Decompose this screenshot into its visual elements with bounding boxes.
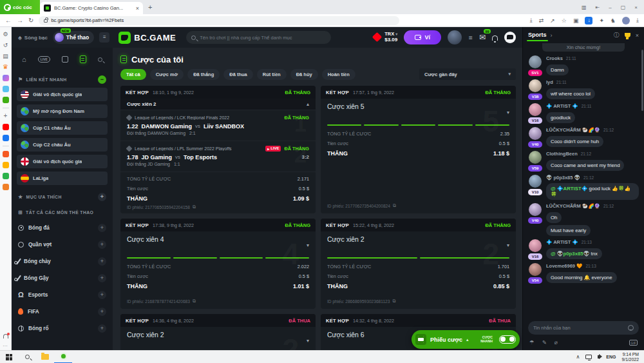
undo-close-icon[interactable]: ⇤ xyxy=(596,5,600,10)
chat-toggle-icon[interactable] xyxy=(504,32,516,43)
bell-icon[interactable] xyxy=(492,35,498,41)
save-page-icon[interactable]: ⤓ xyxy=(530,17,533,24)
username[interactable]: Loveme6969 🧡 xyxy=(546,263,582,269)
avatar[interactable] xyxy=(529,79,542,92)
username[interactable]: 👽 p0p3x85 👽 xyxy=(546,175,580,181)
sidebar-item-basketball[interactable]: Bóng rổ + xyxy=(17,320,108,337)
avatar[interactable] xyxy=(529,263,542,276)
add-favorite-button[interactable]: + xyxy=(98,193,106,201)
games-icon[interactable] xyxy=(3,97,9,103)
wallet-button[interactable]: Ví xyxy=(404,30,441,44)
app-icon[interactable] xyxy=(3,173,9,179)
quick-link-item[interactable]: Giải vô địch quốc gia xyxy=(17,88,108,101)
menu-hamburger-icon[interactable]: ≡ xyxy=(99,32,109,43)
youtube-icon[interactable] xyxy=(3,124,9,130)
reader-mode-icon[interactable]: ▥ xyxy=(582,5,587,10)
sidebar-search-icon[interactable] xyxy=(98,57,102,62)
tab-cancelled[interactable]: Đã hủy xyxy=(290,69,318,80)
history-icon[interactable]: ↺ xyxy=(3,42,9,48)
expand-icon[interactable]: ▾ xyxy=(307,242,309,248)
downloads-icon[interactable]: ⤓ xyxy=(636,17,639,24)
blue-app-icon[interactable] xyxy=(3,86,9,92)
account-menu-icon[interactable]: ≣ xyxy=(468,35,473,41)
avatar[interactable] xyxy=(529,127,542,140)
url-bar[interactable]: bc.game/sports?bt-path=%2Fbets xyxy=(39,16,399,25)
username[interactable]: 💠 ARTIST 💠 xyxy=(546,239,578,245)
share-icon[interactable]: ↗ xyxy=(550,17,555,24)
tab-close-icon[interactable]: × xyxy=(136,5,139,12)
tray-expand-icon[interactable]: ∧ xyxy=(576,354,580,360)
sidebar-item-tennis[interactable]: Quần vợt + xyxy=(17,236,108,253)
avatar[interactable] xyxy=(529,239,542,252)
expand-plus-icon[interactable]: + xyxy=(98,308,106,316)
collapse-quick-links-button[interactable]: − xyxy=(98,75,106,84)
quick-link-item[interactable]: Cúp C1 châu Âu xyxy=(17,121,108,135)
extension2-icon[interactable]: ♞ xyxy=(611,17,616,24)
search-input[interactable] xyxy=(200,35,326,41)
rules-icon[interactable]: ✎ xyxy=(542,339,547,346)
cart-app-icon[interactable] xyxy=(3,184,9,190)
inbox-icon[interactable]: ✉ 99 xyxy=(479,33,486,42)
quick-bet-toggle[interactable] xyxy=(499,335,516,344)
avatar[interactable] xyxy=(529,203,542,216)
tab-cashout[interactable]: Rút tiền xyxy=(257,69,287,80)
avatar[interactable] xyxy=(529,55,542,68)
minimize-button[interactable]: – xyxy=(609,5,611,10)
bookmark-star-icon[interactable]: ☆ xyxy=(562,17,567,24)
sidebar-item-football[interactable]: Bóng đá + xyxy=(17,219,108,236)
coccoc-taskbar-icon[interactable] xyxy=(54,351,72,363)
app-icon[interactable] xyxy=(3,162,9,168)
quick-link-item[interactable]: Mỹ mở rộng Đơn Nam xyxy=(17,104,108,118)
expand-plus-icon[interactable]: + xyxy=(98,257,106,266)
quick-link-item[interactable]: Giải vô địch quốc gia xyxy=(17,155,108,168)
avatar[interactable] xyxy=(529,151,542,164)
taskbar-clock[interactable]: 9:14 PM 9/1/2022 xyxy=(622,352,639,362)
betslip-button[interactable]: Phiếu cược ▴ CƯỢCNHANH xyxy=(412,330,520,349)
calendar-icon[interactable] xyxy=(62,56,68,63)
close-button[interactable]: × xyxy=(634,5,638,10)
username[interactable]: lyd xyxy=(546,79,553,85)
mention[interactable]: @ 💠ARTIST💠 xyxy=(551,186,589,191)
scrollbar[interactable] xyxy=(641,50,643,111)
volume-icon[interactable] xyxy=(598,355,600,358)
username[interactable]: ClothingBeen xyxy=(546,151,578,157)
home-icon[interactable]: ⌂ xyxy=(22,55,26,63)
chat-close-icon[interactable]: × xyxy=(636,32,639,39)
expand-plus-icon[interactable]: + xyxy=(98,240,106,249)
expand-plus-icon[interactable]: + xyxy=(98,274,106,282)
gif-icon[interactable]: GIF xyxy=(629,340,638,346)
expand-plus-icon[interactable]: + xyxy=(98,324,106,333)
chat-input-box[interactable] xyxy=(528,321,639,335)
game-search[interactable] xyxy=(186,31,331,44)
messenger-icon[interactable] xyxy=(3,75,9,81)
settings-icon[interactable]: ⚙ xyxy=(3,31,9,37)
quick-link-item[interactable]: LaLiga xyxy=(17,172,108,185)
collapse-icon[interactable]: ▴ xyxy=(307,101,309,107)
user-avatar[interactable] xyxy=(448,30,462,44)
chat-tab-sports[interactable]: Sports xyxy=(528,32,547,39)
my-bets-icon[interactable] xyxy=(80,55,86,63)
tab-lost[interactable]: Đã thua xyxy=(223,69,253,80)
expand-plus-icon[interactable]: + xyxy=(98,291,106,299)
copy-icon[interactable]: ⧉ xyxy=(392,299,395,304)
back-button[interactable]: ← xyxy=(5,17,12,24)
sidebar-item-fifa[interactable]: FIFA + xyxy=(17,303,108,320)
username[interactable]: Crooks xyxy=(546,55,563,61)
expand-icon[interactable]: ▾ xyxy=(507,110,509,115)
bet-subheader[interactable]: Cược xiên 2 ▴ xyxy=(120,99,316,110)
sidebar-item-baseball[interactable]: Bóng chày + xyxy=(17,253,108,270)
coccoc-brand[interactable]: cốc cốc xyxy=(0,0,40,14)
add-app-icon[interactable]: + xyxy=(3,113,9,119)
username[interactable]: ŁŬČKYCHÃŘM 🐏🌈🔮 xyxy=(546,203,600,209)
bcgame-logo[interactable]: BC.GAME xyxy=(118,32,176,44)
download-badge-icon[interactable]: ↓ xyxy=(585,17,592,25)
translate-icon[interactable]: ⇄ xyxy=(539,17,544,24)
sidebar-item-esports[interactable]: Ω Esports + xyxy=(17,286,108,303)
rain-icon[interactable]: ☂ xyxy=(529,339,535,346)
language-indicator[interactable]: ENG xyxy=(606,355,616,359)
notifications-bell-icon[interactable] xyxy=(3,334,8,338)
expand-plus-icon[interactable]: + xyxy=(98,224,106,232)
trophy-icon[interactable] xyxy=(625,33,630,37)
info-icon[interactable]: ⓘ xyxy=(614,31,620,39)
shop-app-icon[interactable] xyxy=(3,151,9,157)
